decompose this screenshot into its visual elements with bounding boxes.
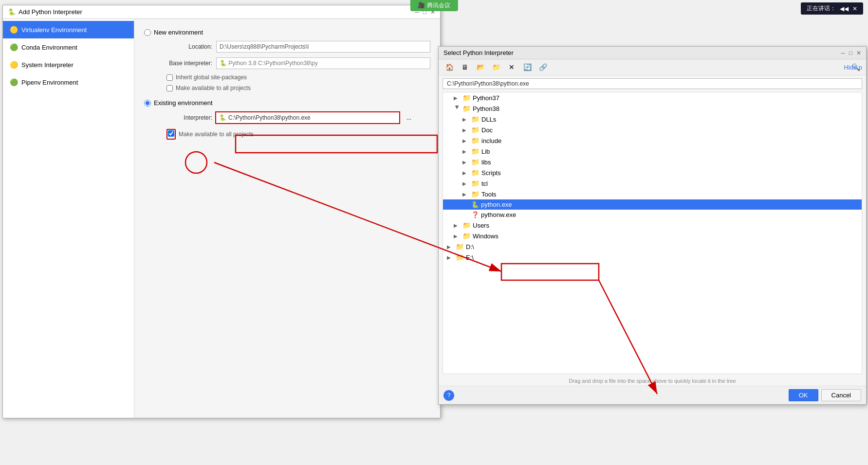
tree-item-pythonw-exe[interactable]: ❓ pythonw.exe bbox=[443, 210, 862, 220]
select-minimize-btn[interactable]: ─ bbox=[841, 50, 845, 56]
tree-label-scripts: Scripts bbox=[481, 169, 501, 177]
inherit-packages-checkbox[interactable] bbox=[166, 74, 173, 81]
tree-label-d-drive: D:\ bbox=[466, 243, 474, 250]
sidebar-item-pipenv[interactable]: 🟢 Pipenv Environment bbox=[3, 73, 134, 91]
folder-icon-python38: 📁 bbox=[462, 105, 471, 112]
tree-item-tcl[interactable]: ▶ 📁 tcl bbox=[443, 178, 862, 189]
tree-label-tools: Tools bbox=[481, 191, 496, 198]
delete-button[interactable]: ✕ bbox=[505, 61, 518, 73]
link-button[interactable]: 🔗 bbox=[536, 61, 550, 73]
system-icon: 🟡 bbox=[10, 61, 18, 69]
folder-icon-libs: 📁 bbox=[471, 158, 480, 166]
browse-interpreter-button[interactable]: ... bbox=[403, 112, 415, 124]
footer-buttons: OK Cancel bbox=[789, 389, 861, 401]
select-dialog-titlebar: Select Python Interpreter ─ □ ✕ bbox=[439, 47, 866, 59]
interpreter-type-sidebar: 🟡 Virtualenv Environment 🟢 Conda Environ… bbox=[3, 19, 134, 418]
chevron-python38: ▶ bbox=[455, 105, 460, 112]
chevron-doc: ▶ bbox=[462, 127, 469, 133]
tree-item-scripts[interactable]: ▶ 📁 Scripts bbox=[443, 167, 862, 178]
dialog-titlebar: 🐍 Add Python Interpreter ─ □ ✕ bbox=[3, 5, 440, 19]
new-folder-button[interactable]: 📁 bbox=[489, 61, 503, 73]
conda-icon: 🟢 bbox=[10, 43, 18, 51]
interpreter-config-panel: New environment Location: Base interpret… bbox=[134, 19, 440, 418]
inherit-checkbox-row: Inherit global site-packages bbox=[144, 74, 430, 81]
chevron-users: ▶ bbox=[454, 223, 461, 228]
sidebar-item-conda[interactable]: 🟢 Conda Environment bbox=[3, 38, 134, 56]
tree-item-lib[interactable]: ▶ 📁 Lib bbox=[443, 146, 862, 157]
select-interpreter-dialog: Select Python Interpreter ─ □ ✕ 🏠 🖥 📂 📁 … bbox=[438, 46, 867, 405]
dialog-icon: 🐍 bbox=[8, 8, 16, 16]
new-environment-label: New environment bbox=[154, 29, 203, 36]
tree-label-dlls: DLLs bbox=[481, 116, 496, 123]
tree-label-lib: Lib bbox=[481, 148, 490, 155]
desktop-button[interactable]: 🖥 bbox=[458, 61, 472, 73]
folder-icon-d-drive: 📁 bbox=[456, 243, 464, 250]
tree-item-python-exe[interactable]: 🐍 python.exe bbox=[443, 199, 862, 210]
tree-label-libs: libs bbox=[481, 159, 491, 166]
tree-item-tools[interactable]: ▶ 📁 Tools bbox=[443, 189, 862, 199]
interpreter-value: C:\Python\Python38\python.exe bbox=[228, 114, 311, 121]
tree-item-python37[interactable]: ▶ 📁 Python37 bbox=[443, 92, 862, 103]
tree-label-python37: Python37 bbox=[473, 94, 499, 102]
chevron-scripts: ▶ bbox=[462, 170, 469, 176]
tree-item-python38[interactable]: ▶ 📁 Python38 bbox=[443, 103, 862, 114]
interpreter-label: Interpreter: bbox=[154, 114, 212, 121]
folder-icon-include: 📁 bbox=[471, 137, 480, 144]
dialog-content: 🟡 Virtualenv Environment 🟢 Conda Environ… bbox=[3, 19, 440, 418]
tree-item-libs[interactable]: ▶ 📁 libs bbox=[443, 157, 862, 167]
available-new-checkbox[interactable] bbox=[166, 85, 173, 91]
available-new-checkbox-row: Make available to all projects bbox=[144, 85, 430, 91]
base-interpreter-input[interactable] bbox=[216, 57, 430, 69]
folder-icon-lib: 📁 bbox=[471, 147, 480, 155]
virtualenv-icon: 🟡 bbox=[10, 26, 18, 34]
tree-label-python38: Python38 bbox=[473, 105, 499, 112]
existing-environment-radio-row: Existing environment bbox=[144, 99, 430, 107]
help-button[interactable]: ? bbox=[443, 390, 454, 401]
ok-button[interactable]: OK bbox=[789, 389, 818, 401]
tree-item-windows[interactable]: ▶ 📁 Windows bbox=[443, 231, 862, 241]
cancel-button[interactable]: Cancel bbox=[821, 389, 861, 401]
make-available-checkbox[interactable] bbox=[168, 130, 174, 137]
select-maximize-btn[interactable]: □ bbox=[849, 50, 852, 56]
sidebar-item-virtualenv[interactable]: 🟡 Virtualenv Environment bbox=[3, 21, 134, 38]
new-environment-radio[interactable] bbox=[144, 29, 151, 36]
new-environment-group: New environment Location: Base interpret… bbox=[144, 29, 430, 91]
select-dialog-toolbar: 🏠 🖥 📂 📁 ✕ 🔄 🔗 Hide p 🔍 bbox=[439, 59, 866, 75]
tree-item-doc[interactable]: ▶ 📁 Doc bbox=[443, 125, 862, 135]
hide-panel-button[interactable]: Hide p bbox=[844, 64, 862, 71]
tree-item-d-drive[interactable]: ▶ 📁 D:\ bbox=[443, 241, 862, 252]
speaking-label: 正在讲话： bbox=[807, 4, 836, 13]
tree-label-windows: Windows bbox=[473, 232, 499, 240]
make-available-label: Make available to all projects bbox=[179, 131, 254, 138]
folder-icon-users: 📁 bbox=[462, 221, 471, 229]
folder-icon-e-drive: 📁 bbox=[456, 253, 464, 261]
chevron-tools: ▶ bbox=[462, 192, 469, 197]
tree-item-users[interactable]: ▶ 📁 Users bbox=[443, 220, 862, 231]
tree-item-e-drive[interactable]: ▶ 📁 E:\ bbox=[443, 252, 862, 263]
chevron-libs: ▶ bbox=[462, 160, 469, 165]
refresh-button[interactable]: 🔄 bbox=[520, 61, 534, 73]
path-bar[interactable]: C:\Python\Python38\python.exe bbox=[443, 78, 862, 89]
interpreter-file-icon: 🐍 bbox=[219, 114, 226, 121]
location-input[interactable] bbox=[216, 41, 430, 53]
select-close-btn[interactable]: ✕ bbox=[856, 50, 861, 56]
sidebar-item-system[interactable]: 🟡 System Interpreter bbox=[3, 56, 134, 73]
sidebar-label-conda: Conda Environment bbox=[21, 44, 77, 51]
tree-label-include: include bbox=[481, 137, 501, 144]
chevron-windows: ▶ bbox=[454, 233, 461, 239]
chevron-d-drive: ▶ bbox=[447, 244, 454, 250]
chevron-e-drive: ▶ bbox=[447, 255, 454, 260]
chevron-dlls: ▶ bbox=[462, 117, 469, 122]
folder-icon-tools: 📁 bbox=[471, 190, 480, 198]
chevron-lib: ▶ bbox=[462, 149, 469, 154]
home-button[interactable]: 🏠 bbox=[443, 61, 456, 73]
tencent-label: 🎥 腾讯会议 bbox=[418, 1, 450, 10]
close-speaking-icon[interactable]: ✕ bbox=[852, 5, 857, 12]
make-available-checkbox-highlight bbox=[166, 129, 176, 140]
tree-item-include[interactable]: ▶ 📁 include bbox=[443, 135, 862, 146]
tree-item-dlls[interactable]: ▶ 📁 DLLs bbox=[443, 114, 862, 125]
existing-environment-group: Existing environment Interpreter: 🐍 C:\P… bbox=[144, 99, 430, 140]
open-button[interactable]: 📂 bbox=[474, 61, 487, 73]
tree-label-doc: Doc bbox=[481, 126, 493, 134]
existing-environment-radio[interactable] bbox=[144, 100, 151, 107]
